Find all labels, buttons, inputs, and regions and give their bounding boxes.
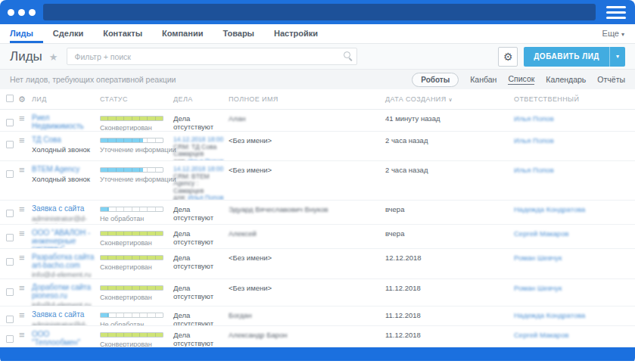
- lead-name-link[interactable]: ООО "Теплообмен": [32, 330, 80, 347]
- view-tab[interactable]: Календарь: [546, 75, 586, 84]
- created-date: 12.12.2018: [385, 249, 514, 279]
- nav-tab[interactable]: Лиды: [10, 24, 43, 43]
- row-checkbox[interactable]: [6, 210, 14, 217]
- lead-name-link[interactable]: Риел Недвижимость: [32, 114, 84, 130]
- status-progress-bar: [100, 116, 163, 121]
- settings-gear-button[interactable]: ⚙: [498, 47, 518, 67]
- toolbar: Лиды ★ ⚙ ДОБАВИТЬ ЛИД ▾: [0, 44, 635, 69]
- responsible-link[interactable]: Надежда Кондратова: [514, 205, 585, 213]
- select-all-checkbox[interactable]: [6, 95, 14, 102]
- row-menu-icon[interactable]: ≡: [19, 282, 25, 294]
- created-date: 41 минуту назад: [385, 110, 514, 132]
- created-date: 2 часа назад: [385, 132, 514, 161]
- full-name: <Без имени>: [229, 284, 272, 292]
- table-header: ⚙ ЛИД СТАТУС ДЕЛА ПОЛНОЕ ИМЯ ДАТА СОЗДАН…: [0, 89, 635, 110]
- row-checkbox[interactable]: [6, 170, 14, 178]
- col-header-responsible[interactable]: ОТВЕТСТВЕННЫЙ: [514, 95, 635, 103]
- nav-tab[interactable]: Контакты: [93, 24, 152, 43]
- row-checkbox[interactable]: [6, 258, 14, 266]
- row-checkbox[interactable]: [6, 234, 14, 241]
- row-menu-icon[interactable]: ≡: [19, 164, 25, 176]
- status-progress-bar: [100, 207, 163, 212]
- responsible-link[interactable]: Сергей Макаров: [514, 331, 568, 339]
- nav-tab[interactable]: Сделки: [43, 24, 93, 43]
- activity-cell: Дела отсутствуют: [173, 326, 229, 347]
- lead-subtext: administrator@d-element.ru: [32, 215, 95, 226]
- nav-tab[interactable]: Компании: [152, 24, 213, 43]
- col-header-status[interactable]: СТАТУС: [100, 95, 173, 103]
- row-checkbox[interactable]: [6, 335, 14, 343]
- table-row: ≡Разработка сайта art-bacho.cominfo@d-el…: [0, 249, 635, 279]
- created-date: 11.12.2018: [385, 306, 514, 326]
- status-label: Сконвертирован: [100, 239, 173, 247]
- responsible-link[interactable]: Надежда Кондратова: [514, 311, 585, 319]
- crm-nav: ЛидыСделкиКонтактыКомпанииТоварыНастройк…: [0, 24, 635, 44]
- responsible-link[interactable]: Роман Шевчук: [514, 284, 562, 292]
- sort-down-icon: ∨: [449, 97, 453, 102]
- row-checkbox[interactable]: [6, 141, 14, 148]
- activity-line: для: Илья Попов: [173, 194, 226, 201]
- lead-name-link[interactable]: Разработка сайта art-bacho.com: [32, 253, 94, 269]
- lead-name-link[interactable]: Заявка с сайта: [32, 204, 84, 213]
- col-header-activity[interactable]: ДЕЛА: [173, 95, 229, 103]
- view-tab[interactable]: Канбан: [470, 75, 496, 84]
- table-row: ≡ООО "АВАЛОН - инженерные системы"admini…: [0, 225, 635, 249]
- top-bar: [0, 0, 635, 24]
- columns-gear-icon[interactable]: ⚙: [15, 95, 32, 104]
- lead-name-link[interactable]: BTEM Agency: [32, 165, 79, 173]
- view-tab[interactable]: Список: [508, 74, 534, 85]
- lead-name-link[interactable]: ТД Сова: [32, 135, 61, 144]
- row-menu-icon[interactable]: ≡: [19, 135, 25, 146]
- nav-more-button[interactable]: Еще▾: [602, 24, 635, 43]
- lead-subtext: administrator@d-element.ru: [32, 321, 95, 327]
- responsible-link[interactable]: Илья Попов: [514, 166, 554, 174]
- view-tab[interactable]: Отчёты: [597, 75, 625, 84]
- row-checkbox[interactable]: [6, 119, 14, 126]
- nav-tab[interactable]: Настройки: [264, 24, 328, 43]
- created-date: вчера: [385, 225, 514, 249]
- lead-subtext: Холодный звонок: [32, 176, 95, 184]
- status-progress-bar: [100, 255, 163, 260]
- hamburger-menu-icon[interactable]: [606, 6, 626, 19]
- responsible-link[interactable]: Сергей Макаров: [514, 229, 568, 238]
- row-menu-icon[interactable]: ≡: [19, 113, 25, 124]
- activity-cell: Дела отсутствуют: [173, 201, 229, 225]
- col-header-lead[interactable]: ЛИД: [32, 95, 100, 103]
- table-row: ≡Заявка с сайтаadministrator@d-element.r…: [0, 306, 635, 326]
- row-menu-icon[interactable]: ≡: [19, 329, 25, 341]
- responsible-link[interactable]: Илья Попов: [514, 136, 554, 145]
- created-date: 2 часа назад: [385, 161, 514, 201]
- row-menu-icon[interactable]: ≡: [19, 310, 25, 321]
- status-label: Уточнение информации: [100, 176, 173, 183]
- app-window: ЛидыСделкиКонтактыКомпанииТоварыНастройк…: [0, 0, 635, 364]
- lead-name-link[interactable]: ООО "АВАЛОН - инженерные системы": [32, 229, 90, 249]
- lead-name-link[interactable]: Заявка с сайта: [32, 310, 84, 319]
- status-label: Сконвертирован: [100, 124, 173, 132]
- status-progress-bar: [100, 332, 163, 338]
- responsible-link[interactable]: Роман Шевчук: [514, 254, 562, 262]
- nav-tab[interactable]: Товары: [213, 24, 264, 43]
- lead-name-link[interactable]: Доработки сайта pioneso.ru: [32, 283, 91, 300]
- search-input[interactable]: [67, 48, 357, 65]
- row-menu-icon[interactable]: ≡: [19, 252, 25, 263]
- responsible-link[interactable]: Илья Попов: [514, 114, 554, 123]
- no-leads-message: Нет лидов, требующих оперативной реакции: [10, 75, 176, 84]
- search-box: [67, 48, 357, 65]
- row-menu-icon[interactable]: ≡: [19, 228, 25, 239]
- row-checkbox[interactable]: [6, 316, 14, 323]
- search-icon[interactable]: [344, 51, 350, 58]
- add-lead-button[interactable]: ДОБАВИТЬ ЛИД ▾: [524, 47, 625, 67]
- view-tab[interactable]: Роботы: [412, 73, 459, 87]
- created-date: 11.12.2018: [385, 279, 514, 306]
- row-menu-icon[interactable]: ≡: [19, 204, 25, 215]
- status-label: Сконвертирован: [100, 263, 173, 271]
- bottom-bar: [0, 347, 635, 361]
- row-checkbox[interactable]: [6, 288, 14, 296]
- view-switcher: РоботыКанбанСписокКалендарьОтчёты: [412, 73, 625, 87]
- col-header-created[interactable]: ДАТА СОЗДАНИЯ∨: [385, 95, 514, 103]
- full-name: <Без имени>: [229, 136, 272, 145]
- col-header-full-name[interactable]: ПОЛНОЕ ИМЯ: [229, 95, 385, 103]
- app-menu-dots-icon[interactable]: [8, 9, 36, 16]
- favorite-star-icon[interactable]: ★: [49, 51, 58, 63]
- add-lead-dropdown-icon[interactable]: ▾: [609, 47, 625, 67]
